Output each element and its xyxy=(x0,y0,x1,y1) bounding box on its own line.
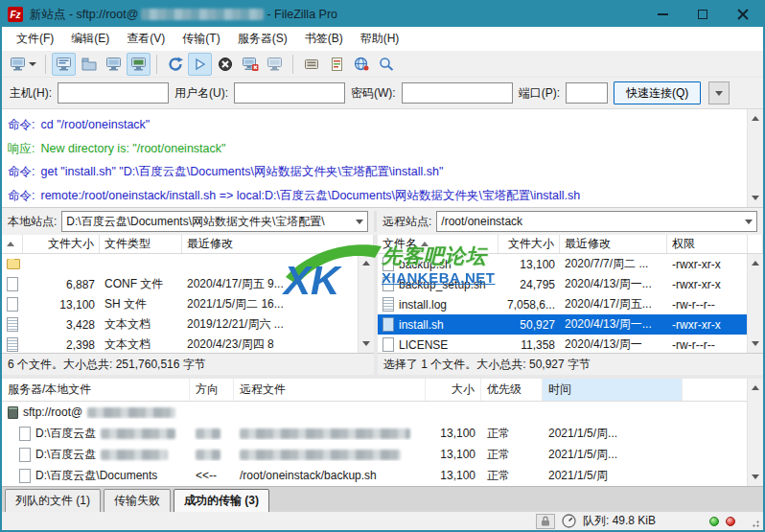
transfer-queue-panel: 服务器/本地文件 方向 远程文件 大小 优先级 时间 sftp://root@ … xyxy=(2,379,763,486)
local-row-parent-dir[interactable] xyxy=(2,254,374,274)
queue-server-row[interactable]: sftp://root@ xyxy=(2,402,763,423)
remote-file-row[interactable]: backup.sh 13,100 2020/7/7/周二 ... -rwxr-x… xyxy=(378,254,763,274)
filter-icon xyxy=(303,57,320,72)
local-col-modified[interactable]: 最近修改 xyxy=(182,235,374,253)
queue-col-size[interactable]: 大小 xyxy=(426,379,481,401)
quickconnect-button[interactable]: 快速连接(Q) xyxy=(614,81,701,104)
port-input[interactable] xyxy=(566,82,608,104)
menu-bookmarks[interactable]: 书签(B) xyxy=(296,27,352,51)
queue-col-remote[interactable]: 远程文件 xyxy=(234,379,426,401)
traffic-red-icon xyxy=(726,517,735,526)
remote-site-label: 远程站点: xyxy=(382,214,431,230)
remote-col-modified[interactable]: 最近修改 xyxy=(560,235,667,253)
minimize-button[interactable] xyxy=(642,2,683,27)
close-button[interactable] xyxy=(723,2,763,27)
log-type: 响应: xyxy=(8,142,35,155)
tab-failed-transfers[interactable]: 传输失败 xyxy=(104,489,171,514)
log-text: get "install.sh" "D:\百度云盘\Documents\网站数据… xyxy=(40,165,443,178)
remote-site-combo[interactable]: /root/oneinstack xyxy=(436,211,757,232)
comparison-icon xyxy=(328,57,345,72)
remote-file-row-selected[interactable]: install.sh 50,927 2020/4/13/周一... -rwxr-… xyxy=(378,314,763,335)
local-file-row[interactable]: 13,100 SH 文件 2021/1/5/周二 16... xyxy=(2,294,374,314)
sort-asc-icon xyxy=(421,242,429,246)
remote-col-size[interactable]: 文件大小 xyxy=(498,235,560,253)
chevron-down-icon xyxy=(356,220,363,228)
file-icon xyxy=(7,277,18,291)
remote-list-scrollbar[interactable] xyxy=(747,254,763,353)
synchronized-browsing-button[interactable] xyxy=(349,53,373,76)
queue-column-headers: 服务器/本地文件 方向 远程文件 大小 优先级 时间 xyxy=(2,379,763,402)
remote-col-name[interactable]: 文件名 xyxy=(378,235,498,253)
message-log: 命令:cd "/root/oneinstack" 响应:New director… xyxy=(2,109,763,208)
menu-file[interactable]: 文件(F) xyxy=(8,27,62,51)
port-label: 端口(P): xyxy=(519,85,560,102)
log-type: 命令: xyxy=(8,189,35,202)
menu-help[interactable]: 帮助(H) xyxy=(352,27,408,51)
scroll-down-icon xyxy=(752,341,759,350)
reconnect-button[interactable] xyxy=(263,53,287,76)
queue-transfer-row[interactable]: D:\百度云盘 13,100 正常 2021/1/5/周... xyxy=(2,444,763,465)
queue-col-priority[interactable]: 优先级 xyxy=(481,379,543,401)
local-col-size[interactable]: 文件大小 xyxy=(23,235,100,253)
log-line: 命令:cd "/root/oneinstack" xyxy=(8,113,740,137)
sort-asc-icon xyxy=(7,242,14,246)
toggle-message-log-button[interactable] xyxy=(52,53,76,76)
menu-server[interactable]: 服务器(S) xyxy=(229,27,296,51)
toggle-remote-tree-button[interactable] xyxy=(102,53,126,76)
tab-queued-files[interactable]: 列队的文件 (1) xyxy=(5,489,101,514)
queue-col-local[interactable]: 服务器/本地文件 xyxy=(2,379,190,401)
reconnect-icon xyxy=(267,57,284,72)
resize-grip[interactable] xyxy=(748,516,759,527)
toggle-transfer-queue-button[interactable] xyxy=(127,53,151,76)
tab-successful-transfers[interactable]: 成功的传输 (3) xyxy=(174,489,269,514)
local-col-name[interactable] xyxy=(2,235,23,253)
cancel-operation-button[interactable] xyxy=(213,53,237,76)
password-input[interactable] xyxy=(402,82,513,104)
directory-filter-button[interactable] xyxy=(299,53,323,76)
window-title: 新站点 - sftp://root@ - FileZilla Pro xyxy=(30,7,337,23)
local-tree-icon xyxy=(81,57,98,72)
queue-scrollbar[interactable] xyxy=(747,379,763,486)
username-input[interactable] xyxy=(234,82,345,104)
toggle-local-tree-button[interactable] xyxy=(77,53,101,76)
server-icon xyxy=(8,406,18,419)
menu-transfer[interactable]: 传输(T) xyxy=(174,27,228,51)
title-bar[interactable]: Fz 新站点 - sftp://root@ - FileZilla Pro xyxy=(2,2,763,27)
local-file-row[interactable]: 3,428 文本文档 2019/12/21/周六 ... xyxy=(2,314,374,335)
site-manager-icon xyxy=(10,57,27,72)
queue-transfer-row[interactable]: D:\百度云盘 13,100 正常 2021/1/5/周... xyxy=(2,423,763,444)
queue-transfer-row[interactable]: D:\百度云盘\Documents <<-- /root/oneinstack/… xyxy=(2,465,763,486)
menu-view[interactable]: 查看(V) xyxy=(118,27,174,51)
toolbar-separator xyxy=(292,55,293,74)
refresh-icon xyxy=(167,57,184,72)
lock-icon xyxy=(541,516,550,526)
directory-comparison-button[interactable] xyxy=(324,53,348,76)
quickconnect-dropdown-button[interactable] xyxy=(708,81,730,104)
menu-edit[interactable]: 编辑(E) xyxy=(62,27,118,51)
remote-file-row[interactable]: install.log 7,058,6... 2020/4/17/周五... -… xyxy=(378,294,763,314)
local-file-row[interactable]: 6,887 CONF 文件 2020/4/17/周五 9... xyxy=(2,274,374,294)
log-text: remote:/root/oneinstack/install.sh => lo… xyxy=(40,189,580,202)
queue-col-direction[interactable]: 方向 xyxy=(190,379,234,401)
local-site-path: D:\百度云盘\Documents\网站数据文件夹\宝塔配置\ xyxy=(66,214,356,230)
remote-file-row[interactable]: backup_setup.sh 24,795 2020/4/13/周一... -… xyxy=(378,274,763,294)
local-col-type[interactable]: 文件类型 xyxy=(100,235,182,253)
remote-file-row[interactable]: LICENSE 11,358 2020/4/13/周一 -rw-r--r-- xyxy=(378,335,763,353)
refresh-button[interactable] xyxy=(163,53,187,76)
site-manager-button[interactable] xyxy=(7,53,39,76)
disconnect-button[interactable] xyxy=(238,53,262,76)
local-list-scrollbar[interactable] xyxy=(358,254,374,353)
local-file-list: 6,887 CONF 文件 2020/4/17/周五 9... 13,100 S… xyxy=(2,254,374,353)
process-queue-button[interactable] xyxy=(188,53,212,76)
lock-button[interactable] xyxy=(536,514,555,529)
log-scrollbar[interactable] xyxy=(747,109,763,207)
search-files-button[interactable] xyxy=(374,53,398,76)
queue-col-time[interactable]: 时间 xyxy=(543,379,683,401)
remote-col-perm[interactable]: 权限 xyxy=(667,235,748,253)
speed-gauge-icon[interactable] xyxy=(562,514,576,528)
local-file-row[interactable]: 2,398 文本文档 2020/4/23/周四 8 xyxy=(2,335,374,353)
host-input[interactable] xyxy=(58,82,169,104)
maximize-button[interactable] xyxy=(683,2,723,27)
filezilla-window: Fz 新站点 - sftp://root@ - FileZilla Pro 文件… xyxy=(0,0,765,532)
local-site-combo[interactable]: D:\百度云盘\Documents\网站数据文件夹\宝塔配置\ xyxy=(61,211,368,232)
